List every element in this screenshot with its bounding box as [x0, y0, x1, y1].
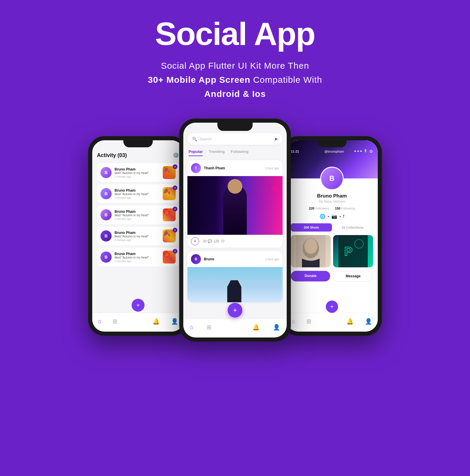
nav-bell-center-icon[interactable]: 🔔: [252, 324, 260, 331]
activity-info: Bruno Pham liked "Autumn in my heart" 2 …: [115, 167, 160, 178]
activity-thumb: ♥ 🍂: [163, 229, 176, 242]
activity-thumb: ♥ 🍁: [163, 251, 176, 264]
followers-stat: 220 Followers: [309, 207, 329, 210]
bottom-nav-right: ⌂ ⊞ 🔔 👤: [286, 313, 378, 332]
activity-action: liked "Autumn in my heart": [115, 235, 160, 238]
profile-tabs: 200 Shots 10 Collections: [291, 223, 373, 232]
donate-button[interactable]: Donate: [291, 271, 330, 281]
tabs-bar: Popular Trending Following: [187, 149, 283, 156]
tab-following[interactable]: Following: [231, 149, 249, 156]
post-author-1: Thanh Pham: [204, 166, 262, 170]
gear-icon[interactable]: ⚙️: [173, 152, 179, 158]
profile-stats: 220 Followers 150 Following: [291, 207, 373, 210]
nav-bell-icon[interactable]: 🔔: [152, 318, 160, 325]
profile-location: Da Nang, Vietnam: [291, 200, 373, 203]
subtitle-line3: Android & Ios: [204, 89, 266, 99]
feed-post-1: T Thanh Pham 1 hour ago G + 20: [187, 160, 283, 248]
profile-add-fab[interactable]: +: [326, 301, 338, 313]
instagram-icon[interactable]: 📷: [331, 214, 337, 219]
facebook-icon[interactable]: f: [343, 214, 344, 219]
left-phone: Activity (03) ⚙️ B Bruno Pham liked "Aut…: [88, 136, 188, 336]
activity-info: Bruno Pham liked "Autumn in my heart" 2 …: [115, 231, 160, 242]
bottom-nav-center: ⌂ ⊞ 🔔 👤: [183, 319, 287, 337]
activity-action: liked "Autumn in my heart": [115, 193, 160, 196]
like-count: 20: [203, 239, 207, 243]
main-title: Social App: [148, 18, 322, 50]
nav-home-right-icon[interactable]: ⌂: [292, 318, 295, 325]
tab-collections[interactable]: 10 Collections: [332, 223, 373, 232]
tab-shots[interactable]: 200 Shots: [291, 223, 332, 232]
activity-name: Bruno Pham: [115, 167, 160, 171]
profile-username: @brunopham: [324, 150, 344, 153]
profile-name: Bruno Pham: [291, 193, 373, 199]
center-phone-screen: 🔍 Search ➤ Popular Trending Following T …: [183, 123, 287, 337]
heart-icon: 🤍: [220, 239, 225, 243]
heart-icon: ♥: [173, 249, 177, 254]
activity-action: liked "Autumn in my heart": [115, 214, 160, 217]
profile-screen: 11:21 @brunopham ⚙ ▲▲▲ 🔋 B: [286, 140, 378, 332]
activity-title: Activity (03): [97, 152, 127, 158]
add-fab-button[interactable]: +: [132, 299, 145, 312]
list-item: B Bruno Pham liked "Autumn in my heart" …: [97, 184, 179, 203]
activity-action: liked "Autumn in my heart": [115, 171, 160, 175]
nav-profile-right-icon[interactable]: 👤: [365, 318, 372, 325]
profile-body: Bruno Pham Da Nang, Vietnam 220 Follower…: [286, 178, 378, 287]
profile-time: 11:21: [291, 150, 299, 153]
nav-grid-center-icon[interactable]: ⊞: [207, 324, 212, 331]
nav-bell-right-icon[interactable]: 🔔: [346, 318, 354, 325]
avatar: B: [100, 230, 112, 242]
activity-time: 2 minutes ago: [115, 239, 160, 242]
right-phone-screen: 11:21 @brunopham ⚙ ▲▲▲ 🔋 B: [286, 140, 378, 332]
activity-header: Activity (03) ⚙️: [97, 152, 179, 158]
center-add-fab[interactable]: +: [228, 303, 242, 318]
activity-name: Bruno Pham: [115, 188, 160, 193]
nav-home-center-icon[interactable]: ⌂: [190, 324, 193, 330]
send-icon[interactable]: ➤: [274, 136, 278, 142]
post-avatar-1: T: [191, 163, 201, 173]
avatar: B: [100, 209, 112, 220]
avatar: B: [320, 167, 344, 190]
activity-thumb: ♥ 🍁: [163, 208, 176, 221]
grid-item-2: P: [333, 235, 373, 267]
search-icon: 🔍: [192, 137, 197, 141]
activity-info: Bruno Pham liked "Autumn in my heart" 2 …: [115, 252, 160, 263]
profile-actions: Donate Message: [291, 271, 373, 281]
search-input[interactable]: Search: [199, 137, 272, 141]
search-bar[interactable]: 🔍 Search ➤: [187, 133, 283, 145]
followers-count: 220: [309, 207, 314, 210]
nav-profile-center-icon[interactable]: 👤: [273, 324, 280, 331]
activity-time: 2 minutes ago: [115, 217, 160, 220]
post-avatar-2: B: [191, 254, 201, 264]
phones-container: Activity (03) ⚙️ B Bruno Pham liked "Aut…: [0, 113, 470, 359]
activity-time: 2 minutes ago: [115, 260, 160, 263]
avatar: B: [100, 251, 112, 263]
post-likes: 20 💬 125 🤍: [203, 239, 225, 243]
activity-name: Bruno Pham: [115, 231, 160, 235]
activity-list: B Bruno Pham liked "Autumn in my heart" …: [97, 163, 179, 266]
globe-icon[interactable]: 🌐: [320, 214, 325, 219]
post-author-2: Bruno: [204, 257, 262, 261]
tab-popular[interactable]: Popular: [189, 149, 203, 156]
activity-info: Bruno Pham liked "Autumn in my heart" 2 …: [115, 210, 160, 220]
activity-info: Bruno Pham liked "Autumn in my heart" 2 …: [115, 188, 160, 199]
subtitle: Social App Flutter UI Kit More Then 30+ …: [148, 59, 322, 101]
feed-screen: 🔍 Search ➤ Popular Trending Following T …: [183, 123, 287, 337]
profile-avatar-wrapper: B: [320, 167, 344, 190]
comment-icon: 💬: [208, 239, 212, 243]
profile-gear-icon[interactable]: ⚙: [369, 149, 373, 154]
message-button[interactable]: Message: [333, 271, 373, 281]
nav-home-icon[interactable]: ⌂: [98, 318, 101, 325]
nav-grid-right-icon[interactable]: ⊞: [306, 318, 311, 325]
tab-trending[interactable]: Trending: [209, 149, 225, 156]
activity-action: liked "Autumn in my heart": [115, 256, 160, 259]
activity-thumb: ♥ 🍂: [163, 166, 176, 179]
center-phone: 🔍 Search ➤ Popular Trending Following T …: [179, 119, 291, 342]
nav-grid-icon[interactable]: ⊞: [113, 318, 118, 325]
profile-grid: P: [291, 235, 373, 267]
nav-profile-icon[interactable]: 👤: [171, 318, 178, 325]
list-item: B Bruno Pham liked "Autumn in my heart" …: [97, 248, 179, 266]
header-section: Social App Social App Flutter UI Kit Mor…: [142, 0, 328, 113]
activity-name: Bruno Pham: [115, 252, 160, 256]
add-icon[interactable]: +: [191, 237, 199, 245]
left-phone-screen: Activity (03) ⚙️ B Bruno Pham liked "Aut…: [92, 140, 184, 332]
